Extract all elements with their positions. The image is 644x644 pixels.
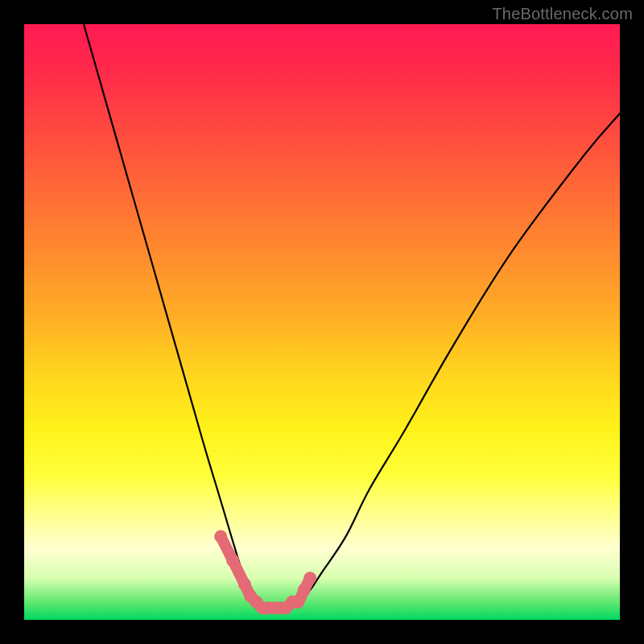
highlight-dot (214, 530, 227, 543)
chart-frame: TheBottleneck.com (0, 0, 644, 644)
highlight-dot (226, 554, 239, 567)
highlight-dot (238, 578, 251, 591)
watermark-text: TheBottleneck.com (492, 5, 633, 23)
curve-layer (24, 24, 620, 620)
bottleneck-curve (84, 24, 620, 609)
highlight-dot (303, 572, 316, 584)
highlight-dot (291, 596, 304, 609)
plot-area (24, 24, 620, 620)
highlight-dot (298, 584, 311, 597)
